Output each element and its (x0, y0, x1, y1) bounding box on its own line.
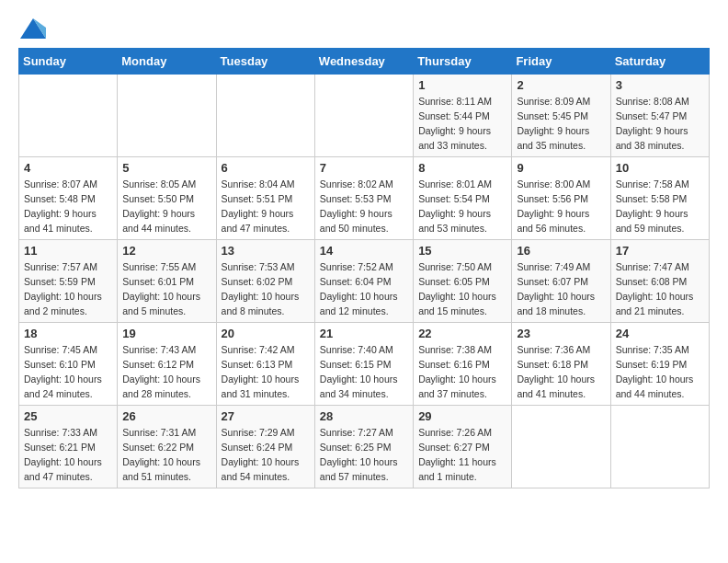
day-number: 2 (517, 78, 605, 92)
day-number: 6 (222, 161, 310, 175)
calendar-cell: 24Sunrise: 7:35 AM Sunset: 6:19 PM Dayli… (610, 323, 709, 406)
day-number: 27 (222, 409, 310, 423)
day-number: 10 (616, 161, 704, 175)
day-number: 4 (24, 161, 112, 175)
day-info: Sunrise: 7:49 AM Sunset: 6:07 PM Dayligh… (517, 260, 605, 318)
calendar-cell: 25Sunrise: 7:33 AM Sunset: 6:21 PM Dayli… (19, 406, 118, 488)
day-number: 15 (418, 244, 506, 258)
calendar-cell (19, 75, 118, 157)
day-number: 26 (122, 409, 210, 423)
calendar-cell: 9Sunrise: 8:00 AM Sunset: 5:56 PM Daylig… (512, 157, 610, 240)
day-number: 21 (320, 327, 408, 340)
header-friday: Friday (512, 49, 610, 75)
day-info: Sunrise: 7:38 AM Sunset: 6:16 PM Dayligh… (418, 343, 506, 401)
day-info: Sunrise: 8:09 AM Sunset: 5:45 PM Dayligh… (517, 95, 605, 153)
calendar-cell: 21Sunrise: 7:40 AM Sunset: 6:15 PM Dayli… (314, 323, 413, 406)
day-number: 28 (320, 409, 408, 423)
week-row-2: 4Sunrise: 8:07 AM Sunset: 5:48 PM Daylig… (19, 157, 710, 240)
calendar-cell: 3Sunrise: 8:08 AM Sunset: 5:47 PM Daylig… (610, 75, 709, 157)
calendar-cell: 4Sunrise: 8:07 AM Sunset: 5:48 PM Daylig… (19, 157, 118, 240)
day-info: Sunrise: 8:11 AM Sunset: 5:44 PM Dayligh… (418, 95, 506, 153)
day-number: 8 (418, 161, 506, 175)
calendar-cell: 26Sunrise: 7:31 AM Sunset: 6:22 PM Dayli… (118, 406, 216, 488)
day-number: 22 (418, 327, 506, 340)
day-number: 16 (517, 244, 605, 258)
day-info: Sunrise: 7:26 AM Sunset: 6:27 PM Dayligh… (418, 426, 506, 484)
calendar-cell: 22Sunrise: 7:38 AM Sunset: 6:16 PM Dayli… (414, 323, 512, 406)
calendar-cell: 10Sunrise: 7:58 AM Sunset: 5:58 PM Dayli… (610, 157, 709, 240)
day-number: 3 (616, 78, 704, 92)
day-info: Sunrise: 7:33 AM Sunset: 6:21 PM Dayligh… (24, 426, 112, 484)
calendar-cell: 17Sunrise: 7:47 AM Sunset: 6:08 PM Dayli… (610, 240, 709, 323)
day-info: Sunrise: 7:50 AM Sunset: 6:05 PM Dayligh… (418, 260, 506, 318)
calendar-cell: 14Sunrise: 7:52 AM Sunset: 6:04 PM Dayli… (314, 240, 413, 323)
calendar-cell: 15Sunrise: 7:50 AM Sunset: 6:05 PM Dayli… (414, 240, 512, 323)
day-number: 11 (24, 244, 112, 258)
day-info: Sunrise: 7:40 AM Sunset: 6:15 PM Dayligh… (320, 343, 408, 401)
calendar-cell (216, 75, 314, 157)
calendar-cell: 28Sunrise: 7:27 AM Sunset: 6:25 PM Dayli… (314, 406, 413, 488)
day-info: Sunrise: 7:53 AM Sunset: 6:02 PM Dayligh… (222, 260, 310, 318)
day-info: Sunrise: 8:08 AM Sunset: 5:47 PM Dayligh… (616, 95, 704, 153)
day-number: 9 (517, 161, 605, 175)
calendar-cell: 2Sunrise: 8:09 AM Sunset: 5:45 PM Daylig… (512, 75, 610, 157)
week-row-5: 25Sunrise: 7:33 AM Sunset: 6:21 PM Dayli… (19, 406, 710, 488)
logo-icon (20, 18, 46, 39)
day-info: Sunrise: 8:02 AM Sunset: 5:53 PM Dayligh… (320, 178, 408, 236)
calendar-cell: 11Sunrise: 7:57 AM Sunset: 5:59 PM Dayli… (19, 240, 118, 323)
week-row-3: 11Sunrise: 7:57 AM Sunset: 5:59 PM Dayli… (19, 240, 710, 323)
calendar-table: SundayMondayTuesdayWednesdayThursdayFrid… (18, 48, 710, 488)
calendar-cell: 19Sunrise: 7:43 AM Sunset: 6:12 PM Dayli… (118, 323, 216, 406)
day-number: 29 (418, 409, 506, 423)
day-info: Sunrise: 7:57 AM Sunset: 5:59 PM Dayligh… (24, 260, 112, 318)
header-tuesday: Tuesday (216, 49, 314, 75)
calendar-cell (512, 406, 610, 488)
day-number: 7 (320, 161, 408, 175)
day-number: 1 (418, 78, 506, 92)
calendar-cell: 5Sunrise: 8:05 AM Sunset: 5:50 PM Daylig… (118, 157, 216, 240)
week-row-4: 18Sunrise: 7:45 AM Sunset: 6:10 PM Dayli… (19, 323, 710, 406)
day-number: 18 (24, 327, 112, 340)
logo-text (18, 18, 46, 39)
day-info: Sunrise: 7:47 AM Sunset: 6:08 PM Dayligh… (616, 260, 704, 318)
day-number: 24 (616, 327, 704, 340)
calendar-cell: 6Sunrise: 8:04 AM Sunset: 5:51 PM Daylig… (216, 157, 314, 240)
day-info: Sunrise: 8:05 AM Sunset: 5:50 PM Dayligh… (122, 178, 210, 236)
calendar-cell: 23Sunrise: 7:36 AM Sunset: 6:18 PM Dayli… (512, 323, 610, 406)
day-number: 20 (222, 327, 310, 340)
day-info: Sunrise: 7:36 AM Sunset: 6:18 PM Dayligh… (517, 343, 605, 401)
calendar-cell: 7Sunrise: 8:02 AM Sunset: 5:53 PM Daylig… (314, 157, 413, 240)
day-number: 25 (24, 409, 112, 423)
calendar-cell: 8Sunrise: 8:01 AM Sunset: 5:54 PM Daylig… (414, 157, 512, 240)
header-sunday: Sunday (19, 49, 118, 75)
day-info: Sunrise: 7:31 AM Sunset: 6:22 PM Dayligh… (122, 426, 210, 484)
day-info: Sunrise: 7:58 AM Sunset: 5:58 PM Dayligh… (616, 178, 704, 236)
day-info: Sunrise: 8:00 AM Sunset: 5:56 PM Dayligh… (517, 178, 605, 236)
day-number: 19 (122, 327, 210, 340)
header-thursday: Thursday (414, 49, 512, 75)
calendar-cell (314, 75, 413, 157)
day-info: Sunrise: 7:29 AM Sunset: 6:24 PM Dayligh… (222, 426, 310, 484)
day-info: Sunrise: 7:35 AM Sunset: 6:19 PM Dayligh… (616, 343, 704, 401)
calendar-cell: 20Sunrise: 7:42 AM Sunset: 6:13 PM Dayli… (216, 323, 314, 406)
day-info: Sunrise: 8:04 AM Sunset: 5:51 PM Dayligh… (222, 178, 310, 236)
day-info: Sunrise: 8:07 AM Sunset: 5:48 PM Dayligh… (24, 178, 112, 236)
day-info: Sunrise: 7:42 AM Sunset: 6:13 PM Dayligh… (222, 343, 310, 401)
calendar-cell: 18Sunrise: 7:45 AM Sunset: 6:10 PM Dayli… (19, 323, 118, 406)
day-info: Sunrise: 7:27 AM Sunset: 6:25 PM Dayligh… (320, 426, 408, 484)
day-info: Sunrise: 7:55 AM Sunset: 6:01 PM Dayligh… (122, 260, 210, 318)
day-number: 14 (320, 244, 408, 258)
day-info: Sunrise: 7:52 AM Sunset: 6:04 PM Dayligh… (320, 260, 408, 318)
day-number: 12 (122, 244, 210, 258)
day-number: 13 (222, 244, 310, 258)
day-number: 23 (517, 327, 605, 340)
day-number: 17 (616, 244, 704, 258)
day-info: Sunrise: 7:45 AM Sunset: 6:10 PM Dayligh… (24, 343, 112, 401)
page-header (18, 18, 710, 39)
calendar-cell (610, 406, 709, 488)
calendar-cell: 27Sunrise: 7:29 AM Sunset: 6:24 PM Dayli… (216, 406, 314, 488)
calendar-cell: 1Sunrise: 8:11 AM Sunset: 5:44 PM Daylig… (414, 75, 512, 157)
header-row: SundayMondayTuesdayWednesdayThursdayFrid… (19, 49, 710, 75)
header-wednesday: Wednesday (314, 49, 413, 75)
header-monday: Monday (118, 49, 216, 75)
